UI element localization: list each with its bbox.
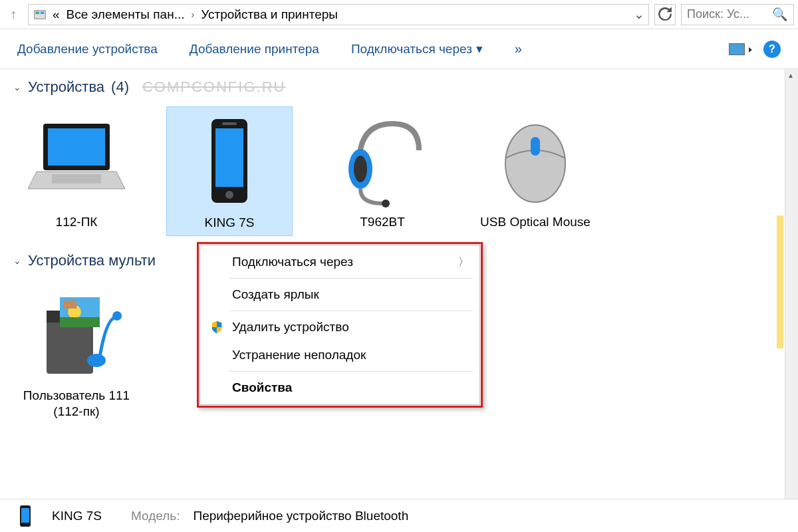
device-headset[interactable]: T962BT xyxy=(319,106,446,236)
breadcrumb[interactable]: « Все элементы пан... › Устройства и при… xyxy=(28,4,649,25)
devices-grid: 112-ПК KING 7S T962BT USB Optical Mouse xyxy=(0,102,798,236)
vertical-scrollbar[interactable] xyxy=(785,69,798,499)
address-bar: ↑ « Все элементы пан... › Устройства и п… xyxy=(0,0,798,29)
device-label: 112-ПК xyxy=(56,214,98,231)
search-input[interactable] xyxy=(687,7,768,21)
menu-separator xyxy=(229,371,473,372)
details-model-value: Периферийное устройство Bluetooth xyxy=(193,509,408,523)
device-label: T962BT xyxy=(360,214,405,231)
svg-rect-24 xyxy=(21,508,29,523)
breadcrumb-expand-icon[interactable]: ⌄ xyxy=(634,7,644,22)
help-icon[interactable]: ? xyxy=(763,41,781,58)
menu-create-shortcut[interactable]: Создать ярлык xyxy=(200,281,479,309)
svg-rect-2 xyxy=(41,11,44,14)
svg-rect-20 xyxy=(63,301,76,309)
menu-label: Создать ярлык xyxy=(232,287,319,302)
device-label: USB Optical Mouse xyxy=(480,214,591,231)
uac-shield-icon xyxy=(209,320,224,334)
section-devices-title: Устройства xyxy=(28,78,104,96)
svg-point-8 xyxy=(225,191,233,199)
view-mode-button[interactable] xyxy=(729,43,745,55)
mouse-icon xyxy=(479,110,592,210)
menu-separator xyxy=(229,278,473,279)
dropdown-caret-icon: ▾ xyxy=(476,41,483,57)
menu-properties[interactable]: Свойства xyxy=(200,374,479,402)
context-menu: Подключаться через 〉 Создать ярлык Удали… xyxy=(197,242,483,408)
details-pane: KING 7S Модель: Периферийное устройство … xyxy=(0,499,798,532)
refresh-button[interactable] xyxy=(654,4,676,25)
breadcrumb-path: « Все элементы пан... › Устройства и при… xyxy=(53,7,338,22)
details-model-label: Модель: xyxy=(131,509,180,523)
menu-troubleshoot[interactable]: Устранение неполадок xyxy=(200,341,479,369)
breadcrumb-prefix: « xyxy=(53,7,60,22)
annotation-strip xyxy=(777,215,783,348)
details-device-name: KING 7S xyxy=(52,509,102,523)
connect-via-button[interactable]: Подключаться через ▾ xyxy=(351,41,483,57)
menu-connect-via[interactable]: Подключаться через 〉 xyxy=(200,248,479,276)
section-devices-count: (4) xyxy=(111,78,129,96)
svg-rect-1 xyxy=(36,11,40,14)
connect-via-label: Подключаться через xyxy=(351,42,472,57)
control-panel-icon xyxy=(33,7,47,22)
device-mouse[interactable]: USB Optical Mouse xyxy=(472,106,598,236)
breadcrumb-item-2[interactable]: Устройства и принтеры xyxy=(201,7,338,22)
menu-separator xyxy=(229,311,473,311)
device-media[interactable]: Пользователь 111 (112-пк) xyxy=(13,280,140,424)
device-label: Пользователь 111 (112-пк) xyxy=(17,388,136,420)
watermark-text: COMPCONFIG.RU xyxy=(142,78,285,96)
nav-up-icon[interactable]: ↑ xyxy=(4,5,23,24)
details-phone-icon xyxy=(12,503,39,529)
content-area: ⌄ Устройства (4) COMPCONFIG.RU 112-ПК KI… xyxy=(0,69,798,499)
svg-point-21 xyxy=(87,354,106,367)
menu-remove-device[interactable]: Удалить устройство xyxy=(200,313,479,341)
menu-label: Свойства xyxy=(232,380,292,395)
toolbar-more-button[interactable]: » xyxy=(515,41,522,57)
svg-rect-9 xyxy=(222,122,237,125)
phone-icon xyxy=(173,111,286,211)
submenu-arrow-icon: 〉 xyxy=(458,255,469,269)
svg-point-11 xyxy=(354,156,367,182)
device-laptop[interactable]: 112-ПК xyxy=(13,106,140,236)
add-printer-button[interactable]: Добавление принтера xyxy=(190,42,319,57)
chevron-down-icon: ⌄ xyxy=(13,255,21,266)
add-device-button[interactable]: Добавление устройства xyxy=(17,42,158,57)
svg-rect-14 xyxy=(531,137,540,156)
svg-point-13 xyxy=(505,125,565,202)
menu-label: Устранение неполадок xyxy=(232,348,366,362)
section-devices-header[interactable]: ⌄ Устройства (4) COMPCONFIG.RU xyxy=(0,69,798,102)
media-device-icon xyxy=(20,284,133,384)
search-box[interactable]: 🔍 xyxy=(681,4,794,25)
svg-rect-7 xyxy=(215,128,243,187)
svg-rect-4 xyxy=(48,128,105,166)
svg-point-22 xyxy=(112,311,122,321)
headset-icon xyxy=(326,110,439,210)
device-label: KING 7S xyxy=(205,215,255,231)
svg-point-12 xyxy=(382,200,390,207)
svg-rect-5 xyxy=(52,174,101,184)
menu-label: Подключаться через xyxy=(232,255,353,269)
menu-label: Удалить устройство xyxy=(232,320,349,334)
svg-rect-19 xyxy=(60,317,100,327)
chevron-down-icon: ⌄ xyxy=(13,82,21,92)
section-multimedia-title: Устройства мульти xyxy=(28,252,156,269)
toolbar: Добавление устройства Добавление принтер… xyxy=(0,29,798,69)
device-phone[interactable]: KING 7S xyxy=(166,106,293,236)
chevron-right-icon: › xyxy=(191,9,194,20)
breadcrumb-item-1[interactable]: Все элементы пан... xyxy=(66,7,185,22)
search-icon[interactable]: 🔍 xyxy=(772,7,788,22)
laptop-icon xyxy=(20,110,133,210)
